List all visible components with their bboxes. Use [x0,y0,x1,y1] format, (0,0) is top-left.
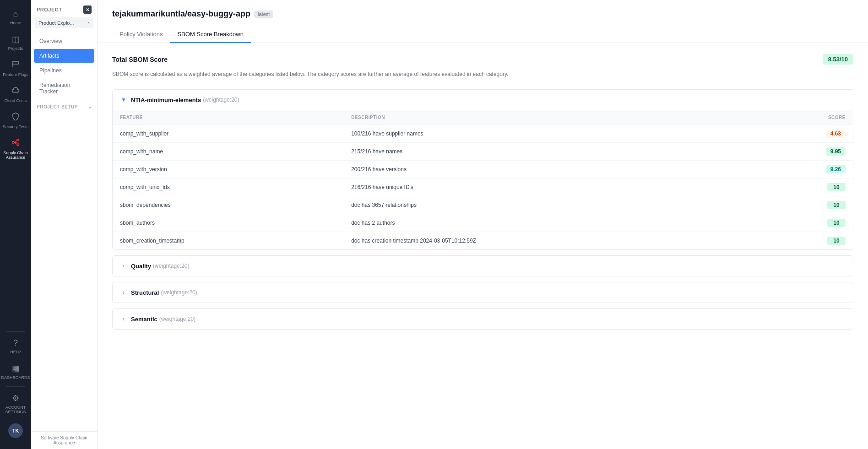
sidebar-item-label: DASHBOARDS [1,375,30,380]
svg-point-0 [12,141,15,144]
home-icon: ⌂ [13,9,18,19]
sidebar-item-label: HELP [10,350,21,354]
page-badge: latest [254,11,273,18]
total-score-title: Total SBOM Score [112,56,168,63]
cell-feature: sbom_creation_timestamp [113,232,344,250]
table-row: comp_with_supplier 100/216 have supplier… [113,125,853,143]
sidebar-item-dashboards[interactable]: ▦ DASHBOARDS [0,359,33,384]
accordion-title-structural: Structural [131,289,159,296]
accordion-subtitle-ntia: (weightage:20) [203,97,239,103]
chevron-down-icon: ▼ [120,96,127,103]
accordion-title-quality: Quality [131,263,151,270]
score-pill: 10 [827,219,846,227]
score-pill: 10 [827,201,846,209]
cell-description: 215/216 have names [344,143,752,161]
project-name: Product Explo... [38,20,74,26]
cell-feature: comp_with_name [113,143,344,161]
project-setup-label: PROJECT SETUP [37,104,78,109]
tab-policy-violations[interactable]: Policy Violations [112,26,170,43]
cell-description: doc has creation timestamp 2024-03-05T10… [344,232,752,250]
sidebar-item-label: Cloud Costs [4,98,27,103]
sidebar-item-label: ACCOUNT SETTINGS [1,405,30,414]
nav-panel-title: Project [37,7,62,12]
cell-description: 100/216 have supplier names [344,125,752,143]
score-description: SBOM score is calculated as a weighted a… [112,70,853,78]
dashboards-icon: ▦ [12,363,20,373]
accordion-subtitle-quality: (weightage:20) [153,263,189,269]
nav-panel: Project ✕ Product Explo... › Overview Ar… [31,0,98,449]
score-pill: 4.63 [826,130,846,138]
cell-score: 9.26 [752,161,853,179]
cell-description: doc has 3657 relationships [344,196,752,214]
table-row: comp_with_version 200/216 have versions … [113,161,853,179]
sidebar-item-avatar[interactable]: TK [0,419,33,444]
sidebar-item-home[interactable]: ⌂ Home [0,5,31,30]
table-row: comp_with_name 215/216 have names 9.95 [113,143,853,161]
nav-item-overview[interactable]: Overview [34,34,94,48]
cell-score: 9.95 [752,143,853,161]
sidebar-item-supply-chain[interactable]: Supply Chain Assurance [0,134,31,164]
chevron-right-icon-semantic: › [120,315,127,323]
table-row: sbom_creation_timestamp doc has creation… [113,232,853,250]
help-icon: ? [13,338,18,348]
score-pill: 10 [827,237,846,245]
cell-score: 10 [752,214,853,232]
cell-feature: sbom_authors [113,214,344,232]
sidebar-item-account-settings[interactable]: ⚙ ACCOUNT SETTINGS [0,389,33,419]
cloud-icon [11,86,20,97]
settings-icon: ⚙ [12,393,19,403]
nav-item-remediation-tracker[interactable]: Remediation Tracker [34,78,94,98]
accordion-title-semantic: Semantic [131,316,157,323]
accordion-semantic: › Semantic (weightage:20) [112,308,853,330]
accordion-ntia: ▼ NTIA-minimum-elements (weightage:20) F… [112,89,853,250]
nav-panel-header: Project ✕ [31,0,97,17]
accordion-header-ntia[interactable]: ▼ NTIA-minimum-elements (weightage:20) [113,90,853,110]
page-title: tejakummarikuntla/easy-buggy-app [112,9,250,19]
tab-sbom-score[interactable]: SBOM Score Breakdown [170,26,251,43]
accordion-header-structural[interactable]: › Structural (weightage:20) [113,282,853,303]
nav-panel-close-button[interactable]: ✕ [83,5,92,14]
accordion-header-quality[interactable]: › Quality (weightage:20) [113,256,853,276]
sidebar-bottom: ? HELP ▦ DASHBOARDS ⚙ ACCOUNT SETTINGS T… [0,330,33,444]
page-header: tejakummarikuntla/easy-buggy-app latest … [98,0,868,43]
project-setup-section[interactable]: PROJECT SETUP ⌄ [31,99,97,111]
page-title-row: tejakummarikuntla/easy-buggy-app latest [112,9,853,19]
projects-icon: ◫ [12,34,20,44]
accordion-subtitle-structural: (weightage:20) [161,289,197,296]
sidebar-item-label: Feature Flags [3,72,28,77]
accordion-subtitle-semantic: (weightage:20) [159,316,195,322]
cell-score: 4.63 [752,125,853,143]
sidebar-item-help[interactable]: ? HELP [0,334,33,359]
nav-panel-footer: Software Supply Chain Assurance [31,431,97,449]
nav-item-artifacts[interactable]: Artifacts [34,49,94,63]
sidebar-item-feature-flags[interactable]: Feature Flags [0,55,31,81]
score-header: Total SBOM Score 8.53/10 [112,54,853,65]
total-score-value: 8.53/10 [823,54,853,65]
accordion-header-semantic[interactable]: › Semantic (weightage:20) [113,309,853,329]
chevron-right-icon-structural: › [120,289,127,296]
col-header-score: SCORE [752,110,853,125]
sidebar-item-cloud-costs[interactable]: Cloud Costs [0,81,31,108]
feature-table: FEATURE DESCRIPTION SCORE comp_with_supp… [113,110,853,249]
nav-item-pipelines[interactable]: Pipelines [34,64,94,77]
cell-feature: comp_with_version [113,161,344,179]
footer-brand: Software Supply Chain Assurance [35,435,93,445]
cell-description: doc has 2 authors [344,214,752,232]
chevron-right-icon: › [88,20,90,26]
sidebar-item-projects[interactable]: ◫ Projects [0,30,31,55]
project-selector[interactable]: Product Explo... › [35,17,93,28]
svg-point-1 [17,139,19,141]
table-row: sbom_authors doc has 2 authors 10 [113,214,853,232]
accordion-body-ntia: FEATURE DESCRIPTION SCORE comp_with_supp… [113,110,853,249]
feature-flags-icon [11,60,20,70]
cell-feature: comp_with_supplier [113,125,344,143]
main-content: tejakummarikuntla/easy-buggy-app latest … [98,0,868,449]
content-area: Total SBOM Score 8.53/10 SBOM score is c… [98,43,868,449]
cell-feature: sbom_dependencies [113,196,344,214]
accordion-title-ntia: NTIA-minimum-elements [131,97,201,103]
score-pill: 9.26 [826,165,846,173]
sidebar-item-label: Projects [8,46,23,51]
sidebar-item-security-tests[interactable]: Security Tests [0,108,31,134]
cell-score: 10 [752,179,853,196]
table-row: comp_with_uniq_ids 216/216 have unique I… [113,179,853,196]
